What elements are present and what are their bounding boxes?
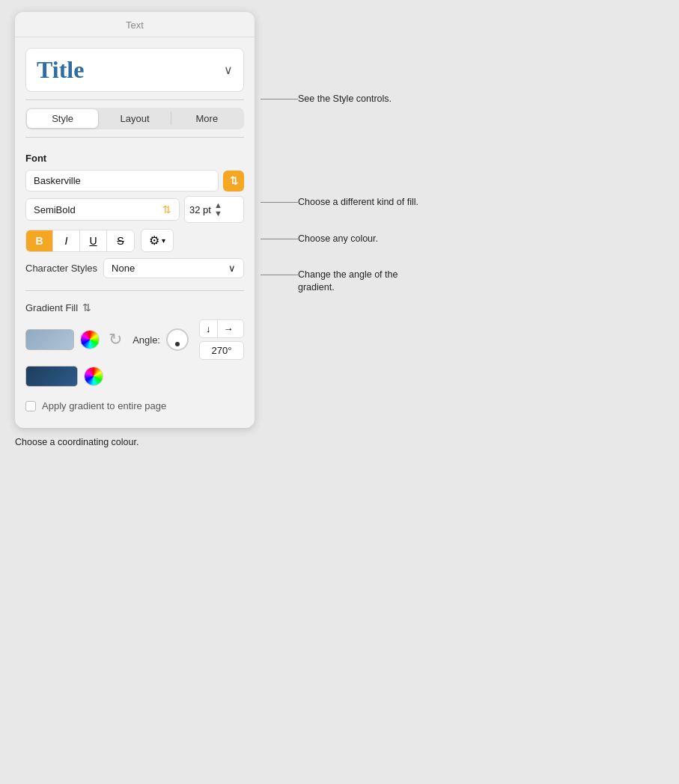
callout-text-fill: Choose a different kind of fill.	[298, 196, 418, 209]
gradient-fill-row: Gradient Fill ⇅	[15, 297, 255, 319]
font-size-value: 32 pt	[189, 204, 211, 215]
callout-line-1	[261, 99, 298, 99]
angle-label-row: Angle:	[133, 328, 189, 351]
angle-label: Angle:	[133, 334, 160, 346]
apply-gradient-label: Apply gradient to entire page	[42, 400, 166, 411]
curve-arrow-icon: ↻	[109, 330, 122, 349]
divider-tabs	[25, 137, 244, 138]
font-style-value: SemiBold	[34, 204, 76, 215]
format-group: B I U S	[25, 230, 135, 252]
font-name-value: Baskerville	[34, 175, 81, 186]
font-style-stepper-icon: ⇅	[162, 203, 171, 215]
font-section-label: Font	[25, 153, 244, 164]
bottom-annotations-area: Choose a coordinating colour.	[15, 432, 255, 447]
underline-button[interactable]: U	[80, 230, 107, 251]
color-wheel-btn-1[interactable]	[80, 330, 100, 349]
char-styles-chevron-icon: ∨	[228, 263, 236, 274]
divider-mid	[25, 290, 244, 291]
arrow-right-button[interactable]: →	[218, 320, 240, 337]
font-name-row: Baskerville ⇅	[25, 170, 244, 192]
tab-more[interactable]: More	[171, 109, 243, 128]
callout-text-angle: Change the angle of the gradient.	[298, 269, 425, 295]
title-style-preview: Title	[37, 56, 84, 84]
tab-style[interactable]: Style	[27, 109, 98, 128]
title-chevron-icon: ∨	[224, 63, 233, 77]
font-size-input[interactable]: 32 pt ▲▼	[184, 196, 244, 223]
gear-button[interactable]: ⚙ ▾	[141, 229, 174, 252]
title-selector[interactable]: Title ∨	[25, 48, 244, 92]
apply-gradient-row: Apply gradient to entire page	[15, 393, 255, 416]
font-format-row: B I U S ⚙ ▾	[25, 229, 244, 252]
tab-row: Style Layout More	[25, 108, 244, 129]
apply-gradient-checkbox[interactable]	[25, 401, 36, 411]
arrow-row: ↓ →	[199, 319, 244, 338]
font-style-select[interactable]: SemiBold ⇅	[25, 198, 180, 221]
font-section: Font Baskerville ⇅ SemiBold	[15, 144, 255, 284]
angle-dot	[175, 342, 180, 346]
panel-header: Text	[15, 12, 255, 37]
gear-icon: ⚙	[149, 233, 159, 248]
bold-button[interactable]: B	[26, 230, 53, 251]
char-styles-label: Character Styles	[25, 263, 97, 274]
right-annotations: See the Style controls. Choose a differe…	[255, 12, 425, 310]
angle-value-box[interactable]: 270°	[199, 341, 244, 360]
font-name-stepper[interactable]: ⇅	[223, 171, 244, 192]
char-styles-value: None	[112, 263, 135, 274]
panel-title: Text	[126, 19, 144, 31]
color-stop-1-row: ↻ Angle:	[25, 319, 244, 360]
gradient-fill-label: Gradient Fill	[25, 302, 78, 313]
color-stop-2-row	[25, 366, 244, 387]
gradient-fill-stepper[interactable]: ⇅	[82, 301, 91, 313]
callout-line-4	[261, 275, 298, 275]
italic-button[interactable]: I	[53, 230, 80, 251]
color-swatch-2[interactable]	[25, 366, 78, 387]
tab-layout[interactable]: Layout	[99, 109, 170, 128]
char-styles-row: Character Styles None ∨	[25, 258, 244, 278]
strikethrough-button[interactable]: S	[107, 230, 134, 251]
color-wheel-btn-2[interactable]	[84, 367, 103, 386]
color-swatch-1[interactable]	[25, 329, 74, 350]
divider-top	[25, 99, 244, 100]
gear-chevron-icon: ▾	[162, 236, 165, 245]
font-name-input[interactable]: Baskerville	[25, 170, 219, 192]
char-styles-select[interactable]: None ∨	[103, 258, 244, 278]
callout-line-2	[261, 202, 298, 203]
font-style-row: SemiBold ⇅ 32 pt ▲▼	[25, 196, 244, 223]
text-panel: Text Title ∨ Style Layout More	[15, 12, 255, 428]
arrow-down-button[interactable]: ↓	[200, 320, 218, 337]
font-size-stepper-icon: ▲▼	[214, 201, 222, 218]
callout-text-style: See the Style controls.	[298, 93, 392, 106]
angle-dial[interactable]	[166, 328, 189, 351]
color-stops-area: ↻ Angle:	[15, 319, 255, 387]
callout-line-3	[261, 239, 298, 239]
bottom-callout-text: Choose a coordinating colour.	[15, 432, 255, 447]
angle-value: 270°	[212, 345, 232, 356]
callout-text-colour: Choose any colour.	[298, 233, 378, 246]
